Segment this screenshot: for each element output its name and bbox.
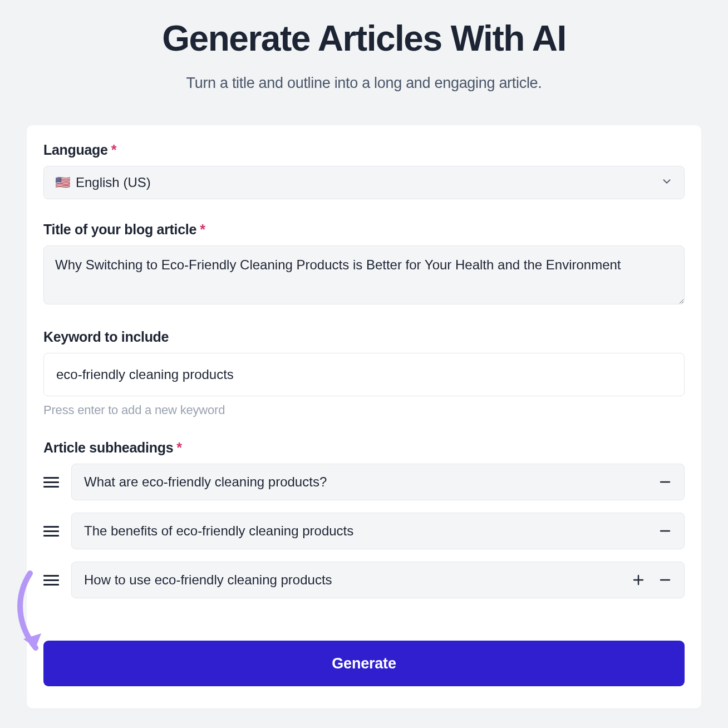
remove-subheading-button[interactable]: [658, 475, 672, 489]
subheading-input-wrap[interactable]: [71, 513, 685, 549]
language-label: Language*: [43, 142, 685, 158]
required-mark: *: [111, 142, 116, 158]
subheading-row: [43, 464, 685, 500]
subheading-input[interactable]: [84, 523, 658, 539]
drag-handle-icon[interactable]: [43, 523, 59, 539]
required-mark: *: [176, 440, 181, 455]
generate-button[interactable]: Generate: [43, 641, 685, 686]
form-card: Language* 🇺🇸 English (US) Title of your …: [27, 125, 701, 709]
language-value: English (US): [76, 175, 151, 190]
language-select[interactable]: 🇺🇸 English (US): [43, 166, 685, 199]
language-label-text: Language: [43, 142, 108, 158]
keyword-box[interactable]: [43, 353, 685, 396]
title-label-text: Title of your blog article: [43, 222, 196, 237]
keyword-input[interactable]: [56, 367, 672, 382]
add-subheading-button[interactable]: [632, 573, 645, 587]
subheading-input-wrap[interactable]: [71, 464, 685, 500]
page-subtitle: Turn a title and outline into a long and…: [0, 75, 728, 92]
required-mark: *: [200, 222, 205, 237]
subheading-input-wrap[interactable]: [71, 562, 685, 598]
title-input[interactable]: Why Switching to Eco-Friendly Cleaning P…: [43, 245, 685, 304]
title-label: Title of your blog article*: [43, 222, 685, 238]
chevron-down-icon: [661, 175, 673, 190]
subheadings-label-text: Article subheadings: [43, 440, 173, 455]
subheading-input[interactable]: [84, 474, 658, 490]
keyword-helper: Press enter to add a new keyword: [43, 403, 685, 417]
subheadings-label: Article subheadings*: [43, 440, 685, 456]
page-title: Generate Articles With AI: [0, 18, 728, 59]
subheading-input[interactable]: [84, 572, 632, 588]
flag-icon: 🇺🇸: [55, 175, 70, 190]
subheading-row: [43, 562, 685, 598]
remove-subheading-button[interactable]: [658, 573, 672, 587]
keyword-label: Keyword to include: [43, 329, 685, 345]
remove-subheading-button[interactable]: [658, 524, 672, 538]
drag-handle-icon[interactable]: [43, 572, 59, 588]
drag-handle-icon[interactable]: [43, 474, 59, 490]
subheading-row: [43, 513, 685, 549]
